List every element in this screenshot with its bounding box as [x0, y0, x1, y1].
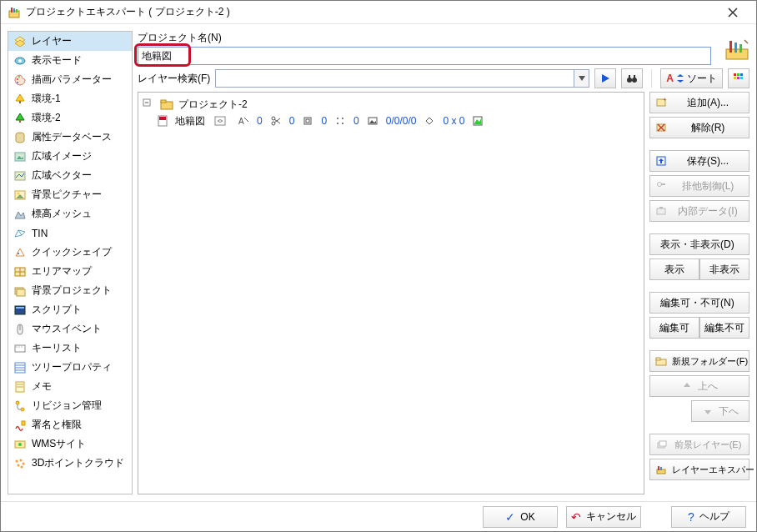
revision-icon: [13, 399, 27, 413]
app-icon: [8, 6, 21, 19]
sidebar-item-pointcloud[interactable]: 3Dポイントクラウド: [8, 454, 132, 473]
sidebar-item-bgproject[interactable]: 背景プロジェクト: [8, 281, 132, 300]
foreground-icon: [655, 439, 667, 450]
svg-point-87: [337, 123, 338, 124]
internal-data-button[interactable]: 内部データ(I): [649, 200, 749, 222]
dialog-footer: ✓OK ↶キャンセル ?ヘルプ: [1, 501, 756, 531]
svg-rect-54: [734, 43, 737, 53]
sidebar-item-env2[interactable]: 環境-2: [8, 108, 132, 128]
svg-point-7: [18, 59, 22, 63]
sidebar-item-bg-picture[interactable]: 背景ピクチャー: [8, 185, 132, 204]
sidebar-item-label: TIN: [32, 228, 48, 239]
svg-point-51: [21, 465, 23, 468]
tree-layer-item[interactable]: 地籍図 A 0 0 0 0 0/0/0/0: [157, 113, 640, 129]
sidebar-item-layer[interactable]: レイヤー: [8, 32, 132, 51]
separator: [651, 69, 652, 88]
color-grid-button[interactable]: [728, 68, 749, 88]
sidebar-item-revision[interactable]: リビジョン管理: [8, 396, 132, 415]
search-run-button[interactable]: [594, 68, 616, 88]
svg-rect-103: [659, 207, 663, 208]
binoculars-button[interactable]: [621, 68, 643, 88]
layer-tree[interactable]: プロジェクト-2 地籍図 A 0 0 0: [138, 92, 644, 494]
editable-group-header[interactable]: 編集可・不可(N): [649, 292, 749, 314]
new-folder-button[interactable]: 新規フォルダー(F): [649, 350, 749, 372]
sidebar-item-mouseevent[interactable]: マウスイベント: [8, 319, 132, 339]
sort-button[interactable]: Aソート: [660, 68, 723, 88]
project-expert-window: プロジェクトエキスパート ( プロジェクト-2 ) レイヤー 表示モード 描画パ…: [0, 0, 757, 532]
editable-off-button[interactable]: 編集不可: [699, 317, 749, 339]
foreground-layer-button[interactable]: 前景レイヤー(E): [649, 434, 749, 455]
svg-point-46: [18, 443, 22, 446]
sidebar-item-sign[interactable]: 署名と権限: [8, 415, 132, 434]
bgproject-icon: [13, 284, 27, 298]
sidebar-item-label: リビジョン管理: [32, 399, 102, 413]
sidebar-item-memo[interactable]: メモ: [8, 377, 132, 396]
layers-icon: [13, 35, 27, 48]
layer-search-input[interactable]: [215, 69, 574, 88]
sidebar-item-dem[interactable]: 標高メッシュ: [8, 204, 132, 223]
sidebar-item-wms[interactable]: WMSサイト: [8, 434, 132, 454]
help-button[interactable]: ?ヘルプ: [671, 506, 746, 528]
sidebar-item-areamap[interactable]: エリアマップ: [8, 262, 132, 281]
move-up-button[interactable]: 上へ: [649, 375, 749, 397]
sidebar-item-script[interactable]: スクリプト: [8, 300, 132, 319]
close-button[interactable]: [716, 1, 749, 24]
svg-marker-13: [16, 113, 24, 120]
image-icon: [13, 150, 27, 163]
layer-file-icon: [157, 114, 170, 128]
layer-expert-icon: [655, 464, 667, 475]
sidebar-item-wide-vector[interactable]: 広域ベクター: [8, 166, 132, 185]
sidebar-item-label: ツリープロパティ: [32, 360, 112, 374]
treeprop-icon: [13, 361, 27, 374]
quickshape-icon: [13, 246, 27, 259]
svg-point-10: [17, 82, 18, 83]
sidebar-item-wide-image[interactable]: 広域イメージ: [8, 147, 132, 166]
tin-icon: [13, 227, 27, 240]
area-chart-icon: [473, 116, 483, 126]
sidebar-item-label: 広域イメージ: [32, 149, 92, 163]
visibility-group-header[interactable]: 表示・非表示(D): [649, 233, 749, 255]
hide-button[interactable]: 非表示: [699, 258, 749, 280]
sidebar-item-draw-param[interactable]: 描画パラメーター: [8, 70, 132, 89]
ok-button[interactable]: ✓OK: [483, 506, 558, 528]
sidebar-item-tin[interactable]: TIN: [8, 223, 132, 243]
svg-rect-67: [734, 77, 736, 79]
memo-icon: [13, 380, 27, 394]
svg-marker-11: [16, 94, 24, 101]
main-panel: プロジェクト名(N) レイヤー検索(F): [138, 31, 749, 494]
svg-rect-84: [306, 119, 309, 123]
move-down-button[interactable]: 下へ: [691, 400, 749, 422]
sort-label: ソート: [687, 72, 717, 86]
editable-on-button[interactable]: 編集可: [649, 317, 699, 339]
layer-search-dropdown-button[interactable]: [574, 69, 589, 88]
cancel-button[interactable]: ↶キャンセル: [566, 506, 641, 528]
sidebar-item-treeprop[interactable]: ツリープロパティ: [8, 358, 132, 377]
sidebar-item-attr-db[interactable]: 属性データベース: [8, 128, 132, 147]
svg-point-50: [18, 464, 20, 466]
svg-point-8: [17, 78, 18, 80]
visibility-toggle-icon[interactable]: [213, 114, 227, 128]
sidebar-item-label: クイックシェイプ: [32, 245, 112, 259]
exclusive-lock-button[interactable]: 排他制御(L): [649, 175, 749, 197]
tree-icon: [13, 93, 27, 106]
sidebar-item-label: 属性データベース: [32, 130, 112, 144]
sidebar-item-label: エリアマップ: [32, 264, 92, 279]
save-button[interactable]: 保存(S)...: [649, 150, 749, 172]
svg-rect-32: [16, 346, 18, 348]
image-count-icon: [368, 116, 378, 126]
sidebar-item-display-mode[interactable]: 表示モード: [8, 51, 132, 70]
svg-rect-55: [739, 44, 742, 53]
project-name-input[interactable]: [138, 47, 711, 65]
tree-root-item[interactable]: プロジェクト-2: [142, 96, 640, 113]
sidebar-item-label: 環境-2: [32, 111, 61, 125]
sidebar-item-env1[interactable]: 環境-1: [8, 89, 132, 108]
show-button[interactable]: 表示: [649, 258, 699, 280]
remove-button[interactable]: 解除(R): [649, 117, 749, 138]
sidebar-item-quickshape[interactable]: クイックシェイプ: [8, 243, 132, 262]
project-name-label: プロジェクト名(N): [138, 31, 711, 45]
layer-expert-button[interactable]: レイヤーエキスパート: [649, 459, 749, 480]
svg-rect-60: [629, 75, 630, 78]
svg-rect-68: [737, 77, 739, 79]
add-button[interactable]: +追加(A)...: [649, 92, 749, 113]
sidebar-item-keylist[interactable]: キーリスト: [8, 339, 132, 358]
